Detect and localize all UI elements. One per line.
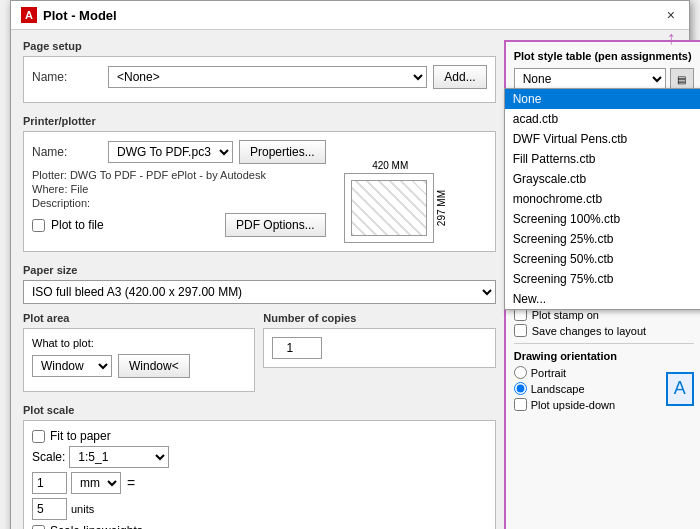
- printer-plotter-section: Printer/plotter Name: DWG To PDF.pc3 Pro…: [23, 115, 496, 256]
- portrait-row: Portrait: [514, 366, 615, 379]
- pink-arrow: ↑: [667, 28, 676, 49]
- printer-name-select[interactable]: DWG To PDF.pc3: [108, 141, 233, 163]
- desc-info: Description:: [32, 197, 326, 209]
- dropdown-item-25[interactable]: Screening 25%.ctb: [505, 229, 700, 249]
- upside-down-label: Plot upside-down: [531, 399, 615, 411]
- plot-dialog: A Plot - Model × Page setup Name: <None>…: [10, 0, 690, 529]
- unit-row-1: mm =: [32, 472, 487, 494]
- upside-down-checkbox[interactable]: [514, 398, 527, 411]
- add-button[interactable]: Add...: [433, 65, 486, 89]
- dropdown-item-grayscale[interactable]: Grayscale.ctb: [505, 169, 700, 189]
- plot-scale-label: Plot scale: [23, 404, 496, 416]
- printer-label: Printer/plotter: [23, 115, 496, 127]
- dropdown-item-none[interactable]: None: [505, 89, 700, 109]
- where-label: Where:: [32, 183, 67, 195]
- style-table-row: None ▤: [514, 68, 694, 90]
- plotter-info: Plotter: DWG To PDF - PDF ePlot - by Aut…: [32, 169, 326, 181]
- dialog-title: Plot - Model: [43, 8, 117, 23]
- paper-height-label: 297 MM: [436, 190, 447, 226]
- unit-row-2: units: [32, 498, 487, 520]
- scale-label: Scale:: [32, 450, 65, 464]
- style-table-select[interactable]: None: [514, 68, 666, 90]
- orientation-section: Drawing orientation Portrait Landscape: [514, 350, 694, 411]
- plotter-label: Plotter:: [32, 169, 67, 181]
- printer-box: Name: DWG To PDF.pc3 Properties... Plott…: [23, 131, 496, 252]
- fit-to-paper-checkbox[interactable]: [32, 430, 45, 443]
- desc-label: Description:: [32, 197, 90, 209]
- paper-size-label: Paper size: [23, 264, 496, 276]
- dropdown-item-new[interactable]: New...: [505, 289, 700, 309]
- orientation-icon: A: [666, 372, 694, 406]
- plot-to-file-label: Plot to file: [51, 218, 104, 232]
- right-column: ↑ Plot style table (pen assignments) Non…: [504, 40, 700, 529]
- save-changes-checkbox[interactable]: [514, 324, 527, 337]
- dropdown-item-acad[interactable]: acad.ctb: [505, 109, 700, 129]
- scale-select[interactable]: 1:5_1: [69, 446, 169, 468]
- orientation-options: Portrait Landscape Plot upside-down: [514, 366, 615, 411]
- scale-lineweights-label: Scale lineweights: [50, 524, 143, 529]
- plot-scale-box: Fit to paper Scale: 1:5_1 mm =: [23, 420, 496, 529]
- scale-lineweights-checkbox[interactable]: [32, 525, 45, 530]
- paper-width-label: 420 MM: [334, 160, 447, 171]
- printer-name-label: Name:: [32, 145, 102, 159]
- plot-stamp-label: Plot stamp on: [532, 309, 599, 321]
- paper-size-select[interactable]: ISO full bleed A3 (420.00 x 297.00 MM): [23, 280, 496, 304]
- save-changes-row: Save changes to layout: [514, 324, 694, 337]
- landscape-radio[interactable]: [514, 382, 527, 395]
- copies-spinbox: 1: [272, 337, 486, 359]
- orientation-label: Drawing orientation: [514, 350, 694, 362]
- dropdown-item-fill[interactable]: Fill Patterns.ctb: [505, 149, 700, 169]
- portrait-radio[interactable]: [514, 366, 527, 379]
- style-table-edit-btn[interactable]: ▤: [670, 68, 694, 90]
- section-divider: [514, 343, 694, 344]
- page-setup-name-row: Name: <None> Add...: [32, 65, 487, 89]
- save-changes-label: Save changes to layout: [532, 325, 646, 337]
- copies-box: 1: [263, 328, 495, 368]
- dropdown-item-mono[interactable]: monochrome.ctb: [505, 189, 700, 209]
- window-row: Window Window<: [32, 354, 246, 378]
- title-bar-left: A Plot - Model: [21, 7, 117, 23]
- portrait-label: Portrait: [531, 367, 566, 379]
- title-bar: A Plot - Model ×: [11, 1, 689, 30]
- what-to-plot-label: What to plot:: [32, 337, 94, 349]
- plot-area-copies-row: Plot area What to plot: Window Window<: [23, 312, 496, 396]
- scale-value1[interactable]: [32, 472, 67, 494]
- paper-preview-container: 420 MM 297 MM: [334, 160, 447, 243]
- properties-button[interactable]: Properties...: [239, 140, 326, 164]
- name-label: Name:: [32, 70, 102, 84]
- window-button[interactable]: Window<: [118, 354, 190, 378]
- dropdown-item-100[interactable]: Screening 100%.ctb: [505, 209, 700, 229]
- what-to-plot-select[interactable]: Window: [32, 355, 112, 377]
- pdf-options-button[interactable]: PDF Options...: [225, 213, 326, 237]
- page-setup-box: Name: <None> Add...: [23, 56, 496, 103]
- scale-row: Scale: 1:5_1: [32, 446, 487, 468]
- plot-to-file-row: Plot to file PDF Options...: [32, 213, 326, 237]
- fit-to-paper-row: Fit to paper: [32, 429, 487, 443]
- where-value: File: [71, 183, 89, 195]
- paper-preview: [344, 173, 434, 243]
- plot-area-label: Plot area: [23, 312, 255, 324]
- scale-value2[interactable]: [32, 498, 67, 520]
- page-setup-select[interactable]: <None>: [108, 66, 427, 88]
- orientation-row: Portrait Landscape Plot upside-down A: [514, 366, 694, 411]
- what-to-plot-row: What to plot:: [32, 337, 246, 349]
- units-label: units: [71, 503, 94, 515]
- landscape-label: Landscape: [531, 383, 585, 395]
- plotter-value: DWG To PDF - PDF ePlot - by Autodesk: [70, 169, 266, 181]
- plot-scale-section: Plot scale Fit to paper Scale: 1:5_1: [23, 404, 496, 529]
- unit-select1[interactable]: mm: [71, 472, 121, 494]
- dialog-body: Page setup Name: <None> Add... Printer/p…: [11, 30, 689, 529]
- dropdown-item-50[interactable]: Screening 50%.ctb: [505, 249, 700, 269]
- dropdown-item-75[interactable]: Screening 75%.ctb: [505, 269, 700, 289]
- copies-label: Number of copies: [263, 312, 495, 324]
- app-icon: A: [21, 7, 37, 23]
- printer-name-row: Name: DWG To PDF.pc3 Properties...: [32, 140, 326, 164]
- dropdown-item-dwf[interactable]: DWF Virtual Pens.ctb: [505, 129, 700, 149]
- copies-input[interactable]: 1: [272, 337, 322, 359]
- style-dropdown-overlay: None acad.ctb DWF Virtual Pens.ctb Fill …: [504, 88, 700, 310]
- close-button[interactable]: ×: [663, 7, 679, 23]
- page-setup-label: Page setup: [23, 40, 496, 52]
- plot-to-file-checkbox[interactable]: [32, 219, 45, 232]
- where-info: Where: File: [32, 183, 326, 195]
- page-setup-section: Page setup Name: <None> Add...: [23, 40, 496, 107]
